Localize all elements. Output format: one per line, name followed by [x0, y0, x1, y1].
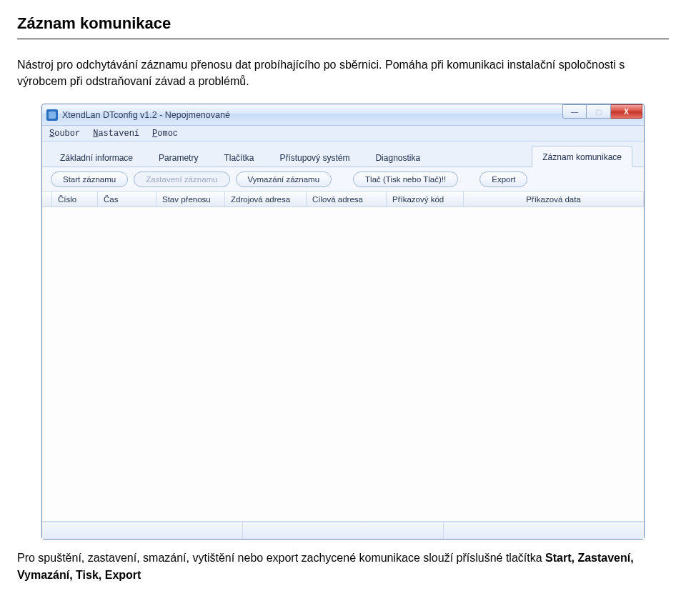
- stop-button[interactable]: Zastavení záznamu: [134, 172, 229, 187]
- close-button[interactable]: X: [611, 104, 642, 119]
- minimize-button[interactable]: —: [562, 104, 587, 119]
- status-cell-1: [42, 522, 243, 539]
- tab-tlacitka[interactable]: Tlačítka: [213, 146, 264, 167]
- column-prikazovy-kod[interactable]: Příkazový kód: [387, 192, 464, 207]
- tab-zakladni-informace[interactable]: Základní informace: [49, 146, 144, 167]
- menu-pomoc[interactable]: Pomoc: [152, 129, 178, 139]
- column-prikazova-data[interactable]: Příkazová data: [464, 192, 644, 207]
- menu-nastaveni[interactable]: Nastavení: [93, 129, 139, 139]
- column-cas[interactable]: Čas: [98, 192, 156, 207]
- menubar: Soubor Nastavení Pomoc: [42, 126, 644, 141]
- export-button[interactable]: Export: [479, 172, 527, 187]
- tabbar: Základní informace Parametry Tlačítka Př…: [42, 141, 644, 167]
- column-cislo[interactable]: Číslo: [52, 192, 98, 207]
- intro-paragraph: Nástroj pro odchytávání záznamu přenosu …: [17, 56, 669, 89]
- tab-parametry[interactable]: Parametry: [148, 146, 209, 167]
- column-stav-prenosu[interactable]: Stav přenosu: [156, 192, 225, 207]
- window-title: XtendLan DTconfig v1.2 - Nepojmenované: [62, 110, 230, 120]
- tab-pristupovy-system[interactable]: Přístupový systém: [269, 146, 360, 167]
- column-zdrojova-adresa[interactable]: Zdrojová adresa: [225, 192, 307, 207]
- titlebar: XtendLan DTconfig v1.2 - Nepojmenované —…: [42, 104, 644, 126]
- status-cell-2: [243, 522, 444, 539]
- column-cilova-adresa[interactable]: Cílová adresa: [307, 192, 387, 207]
- outro-text: Pro spuštění, zastavení, smazání, vytišt…: [17, 552, 545, 564]
- tab-diagnostika[interactable]: Diagnostika: [364, 146, 431, 167]
- table-row-selector-column: [42, 192, 52, 207]
- menu-soubor[interactable]: Soubor: [49, 129, 80, 139]
- toolbar: Start záznamu Zastavení záznamu Vymazání…: [42, 167, 644, 192]
- window-controls: — ▢ X: [562, 104, 642, 119]
- maximize-button[interactable]: ▢: [587, 104, 611, 119]
- table-body: [42, 207, 644, 522]
- tab-zaznam-komunikace[interactable]: Záznam komunikace: [532, 146, 632, 167]
- print-button[interactable]: Tlač (Tisk nebo Tlač)!!: [353, 172, 458, 187]
- clear-button[interactable]: Vymazání záznamu: [236, 172, 332, 187]
- table-header: Číslo Čas Stav přenosu Zdrojová adresa C…: [42, 192, 644, 207]
- statusbar: [42, 522, 644, 539]
- app-window: XtendLan DTconfig v1.2 - Nepojmenované —…: [41, 104, 645, 540]
- app-icon: [46, 109, 58, 121]
- outro-paragraph: Pro spuštění, zastavení, smazání, vytišt…: [17, 550, 669, 582]
- page-title: Záznam komunikace: [17, 14, 669, 39]
- status-cell-3: [444, 522, 644, 539]
- start-button[interactable]: Start záznamu: [51, 172, 128, 187]
